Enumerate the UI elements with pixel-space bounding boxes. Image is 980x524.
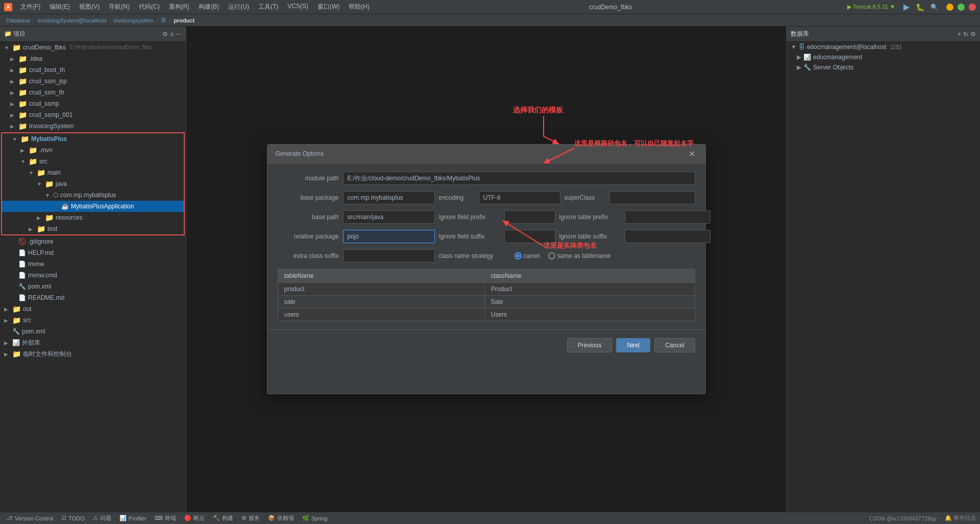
tree-item-mvn[interactable]: ▶ 📁 .mvn [2,145,184,156]
menu-help[interactable]: 帮助(H) [345,2,374,12]
tree-item-pom2[interactable]: 🔧 pom.xml [0,326,186,337]
db-toolbar-actions[interactable]: + ↻ ⚙ [958,31,976,38]
tree-item-external-libs[interactable]: ▶ 📊 外部库 [0,337,186,348]
minimize-button[interactable] [946,4,953,11]
menu-build[interactable]: 构建(B) [194,2,223,12]
tree-item-mybatisplus[interactable]: ▼ 📁 MybatisPlus [2,133,184,145]
tree-item-crud-ssm-jsp[interactable]: ▶ 📁 crud_ssm_jsp [0,76,186,87]
module-path-input[interactable] [343,172,695,185]
tree-item-temp[interactable]: ▶ 📁 临时文件和控制台 [0,348,186,360]
close-button[interactable] [969,4,976,11]
run-config[interactable]: ▶ Tomcat 8.5.31 ▼ [847,4,895,10]
dialog-close-button[interactable]: ✕ [687,149,697,159]
breadcrumb-item-table-type[interactable]: 表 [161,16,166,24]
root-path: E:\作业\cloud-demo\crudDemo_fbks [70,44,152,51]
breadcrumb-item-schema[interactable]: invoicingsystem [114,17,154,23]
table-row-sale[interactable]: sale Sale [278,296,695,308]
breadcrumb-item-host[interactable]: InvoicingSystem@localhost [38,17,107,23]
radio-tablename-btn[interactable] [548,252,555,259]
table-row-users[interactable]: users Users [278,308,695,321]
db-item-edoc[interactable]: ▼ 🗄 edocmanagement@localhost 1/33 [787,42,980,52]
db-item-server-objects[interactable]: ▶ 🔧 Server Objects [787,62,980,73]
tree-item-help[interactable]: 📄 HELP.md [0,247,186,258]
tree-item-src2[interactable]: ▶ 📁 src [0,315,186,326]
run-button[interactable]: ▶ [903,2,910,12]
menu-vcs[interactable]: VCS(S) [283,2,312,12]
breadcrumb-item-table[interactable]: product [174,17,194,23]
radio-tablename[interactable]: same as tablename [548,252,611,259]
base-path-input[interactable] [343,210,435,224]
previous-button[interactable]: Previous [567,338,612,352]
menu-window[interactable]: 窗口(W) [313,2,344,12]
tree-item-mvnw-cmd[interactable]: 📄 mvnw.cmd [0,270,186,281]
relative-package-input[interactable] [343,230,435,243]
tab-version-control[interactable]: ⎇ Version Control [4,515,55,521]
db-settings-icon[interactable]: ⚙ [970,31,976,38]
menu-view[interactable]: 视图(V) [75,2,104,12]
tree-item-out[interactable]: ▶ 📁 out [0,303,186,315]
sidebar-actions[interactable]: ⚙ ≡ ⋯ [162,31,182,38]
tree-item-package[interactable]: ▼ ⬡ com.mp.mybatisplus [2,189,184,201]
tab-problems[interactable]: ⚠ 问题 [91,514,113,522]
db-item-edocmanagement[interactable]: ▶ 📊 edocmanagement [787,52,980,62]
menu-run[interactable]: 运行(U) [224,2,253,12]
tab-services[interactable]: ⚙ 服务 [239,514,262,522]
tree-item-main[interactable]: ▼ 📁 main [2,167,184,178]
event-log[interactable]: 🔔 事件日志 [945,514,976,522]
debug-button[interactable]: 🐛 [916,3,924,11]
tree-item-readme[interactable]: 📄 README.md [0,292,186,303]
sync-icon[interactable]: ⚙ [162,31,168,38]
tab-dependencies[interactable]: 📦 依赖项 [266,514,296,522]
tree-item-gitignore[interactable]: 🚫 .gitignore [0,236,186,247]
ignore-table-suffix-input[interactable] [625,230,710,243]
menu-code[interactable]: 代码(C) [135,2,164,12]
superclass-input[interactable] [609,191,695,204]
tree-item-application[interactable]: ☕ MybatisPlusApplication [2,201,184,212]
tree-item-idea[interactable]: ▶ 📁 .idea [0,53,186,64]
menu-edit[interactable]: 编辑(E) [45,2,74,12]
tree-item-crud-boot[interactable]: ▶ 📁 crud_boot_th [0,64,186,76]
menu-bar[interactable]: 文件(F) 编辑(E) 视图(V) 导航(N) 代码(C) 重构(R) 构建(B… [16,2,374,12]
db-refresh-icon[interactable]: ↻ [963,31,968,38]
tree-item-test[interactable]: ▶ 📁 test [2,223,184,234]
menu-refactor[interactable]: 重构(R) [165,2,194,12]
radio-camel-btn[interactable] [514,252,522,259]
tab-todo[interactable]: ☑ TODO [59,515,87,521]
tree-item-invoicing[interactable]: ▶ 📁 InvoicingSystem [0,121,186,132]
collapse-icon[interactable]: ≡ [170,31,174,38]
ignore-field-suffix-input[interactable] [504,230,555,243]
base-package-input[interactable] [343,191,435,204]
tree-item-pom[interactable]: 🔧 pom.xml [0,281,186,292]
tree-item-crud-ssmp-001[interactable]: ▶ 📁 crud_ssmp_001 [0,109,186,121]
menu-navigate[interactable]: 导航(N) [105,2,134,12]
settings-icon[interactable]: ⋯ [176,31,182,38]
menu-file[interactable]: 文件(F) [16,2,44,12]
tree-item-java[interactable]: ▼ 📁 java [2,178,184,189]
window-controls[interactable]: ▶ Tomcat 8.5.31 ▼ ▶ 🐛 🔍 [847,2,976,12]
menu-tools[interactable]: 工具(T) [254,2,282,12]
radio-camel[interactable]: camel [514,252,540,259]
generate-options-dialog: Generate Options ✕ module path base pack… [267,144,706,394]
table-row-product[interactable]: product Product [278,283,695,296]
tree-item-resources[interactable]: ▶ 📁 resources [2,212,184,223]
tree-root[interactable]: ▼ 📁 crudDemo_fbks E:\作业\cloud-demo\crudD… [0,42,186,53]
next-button[interactable]: Next [616,338,650,352]
tree-item-crud-ssmp[interactable]: ▶ 📁 crud_ssmp [0,98,186,109]
tree-item-src[interactable]: ▼ 📁 src [2,156,184,167]
tree-item-mvnw[interactable]: 📄 mvnw [0,258,186,270]
tab-spring[interactable]: 🌿 Spring [300,515,330,521]
db-add-icon[interactable]: + [958,31,961,38]
maximize-button[interactable] [958,4,965,11]
ignore-field-prefix-input[interactable] [504,210,555,224]
breadcrumb-item-database[interactable]: Database [6,17,30,23]
tab-build[interactable]: 🔨 构建 [211,514,235,522]
tree-item-crud-ssm-th[interactable]: ▶ 📁 crud_ssm_th [0,87,186,98]
tab-breakpoints[interactable]: 🔴 断点 [182,514,207,522]
cancel-button[interactable]: Cancel [654,338,695,352]
search-button[interactable]: 🔍 [930,4,938,11]
ignore-table-prefix-input[interactable] [625,210,710,224]
extra-class-suffix-input[interactable] [343,249,435,263]
encoding-input[interactable] [479,191,560,204]
tab-profiler[interactable]: 📊 Profiler [117,515,149,521]
tab-terminal[interactable]: ⌨ 终端 [153,514,178,522]
